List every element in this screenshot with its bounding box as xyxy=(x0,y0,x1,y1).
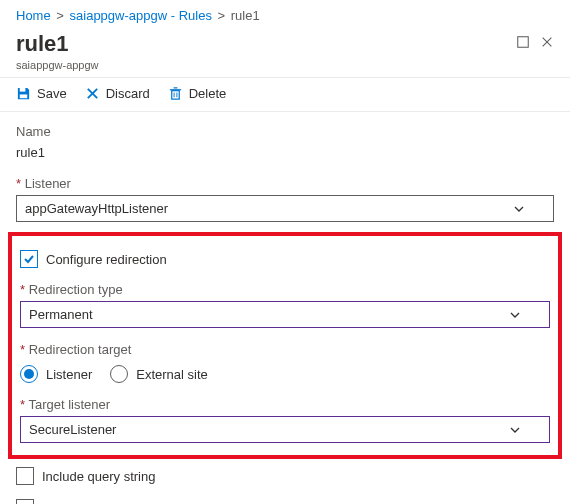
breadcrumb: Home > saiappgw-appgw - Rules > rule1 xyxy=(0,0,570,27)
chevron-down-icon xyxy=(509,309,521,321)
save-icon xyxy=(16,86,31,101)
include-path-field: Include path xyxy=(16,499,554,504)
configure-redirection-checkbox[interactable] xyxy=(20,250,38,268)
svg-rect-4 xyxy=(20,95,28,99)
redirection-target-field: Redirection target Listener External sit… xyxy=(20,342,550,383)
listener-label: Listener xyxy=(16,176,554,191)
redirection-type-field: Redirection type Permanent xyxy=(20,282,550,328)
svg-rect-3 xyxy=(20,88,26,92)
target-listener-select[interactable]: SecureListener xyxy=(20,416,550,443)
save-button[interactable]: Save xyxy=(16,86,67,101)
discard-icon xyxy=(85,86,100,101)
page-title: rule1 xyxy=(16,31,99,57)
delete-button[interactable]: Delete xyxy=(168,86,227,101)
svg-rect-0 xyxy=(518,37,529,48)
discard-label: Discard xyxy=(106,86,150,101)
chevron-down-icon xyxy=(513,203,525,215)
breadcrumb-separator: > xyxy=(218,8,226,23)
blade-header: rule1 saiappgw-appgw xyxy=(0,27,570,77)
page-subtitle: saiappgw-appgw xyxy=(16,59,99,71)
svg-rect-7 xyxy=(171,91,179,99)
chevron-down-icon xyxy=(509,424,521,436)
listener-select[interactable]: appGatewayHttpListener xyxy=(16,195,554,222)
target-listener-label: Target listener xyxy=(20,397,550,412)
listener-field: Listener appGatewayHttpListener xyxy=(16,176,554,222)
redirection-target-label: Redirection target xyxy=(20,342,550,357)
include-path-checkbox[interactable] xyxy=(16,499,34,504)
breadcrumb-current: rule1 xyxy=(231,8,260,23)
radio-listener[interactable] xyxy=(20,365,38,383)
breadcrumb-home[interactable]: Home xyxy=(16,8,51,23)
configure-redirection-label: Configure redirection xyxy=(46,252,167,267)
include-query-field: Include query string xyxy=(16,467,554,485)
delete-label: Delete xyxy=(189,86,227,101)
include-query-checkbox[interactable] xyxy=(16,467,34,485)
redirection-type-value: Permanent xyxy=(29,307,93,322)
listener-select-value: appGatewayHttpListener xyxy=(25,201,168,216)
name-value: rule1 xyxy=(16,143,554,162)
name-label: Name xyxy=(16,124,554,139)
target-listener-value: SecureListener xyxy=(29,422,116,437)
target-listener-field: Target listener SecureListener xyxy=(20,397,550,443)
highlight-region: Configure redirection Redirection type P… xyxy=(8,232,562,459)
delete-icon xyxy=(168,86,183,101)
form: Name rule1 Listener appGatewayHttpListen… xyxy=(0,112,570,504)
breadcrumb-separator: > xyxy=(56,8,64,23)
include-query-label: Include query string xyxy=(42,469,155,484)
configure-redirection-field: Configure redirection xyxy=(20,250,550,268)
maximize-icon[interactable] xyxy=(516,35,530,49)
radio-external-label: External site xyxy=(136,367,208,382)
radio-external-site[interactable] xyxy=(110,365,128,383)
save-label: Save xyxy=(37,86,67,101)
close-icon[interactable] xyxy=(540,35,554,49)
checkmark-icon xyxy=(23,253,35,265)
discard-button[interactable]: Discard xyxy=(85,86,150,101)
redirection-type-select[interactable]: Permanent xyxy=(20,301,550,328)
breadcrumb-rules[interactable]: saiappgw-appgw - Rules xyxy=(70,8,212,23)
name-field: Name rule1 xyxy=(16,124,554,162)
redirection-type-label: Redirection type xyxy=(20,282,550,297)
radio-listener-label: Listener xyxy=(46,367,92,382)
command-bar: Save Discard Delete xyxy=(0,77,570,112)
